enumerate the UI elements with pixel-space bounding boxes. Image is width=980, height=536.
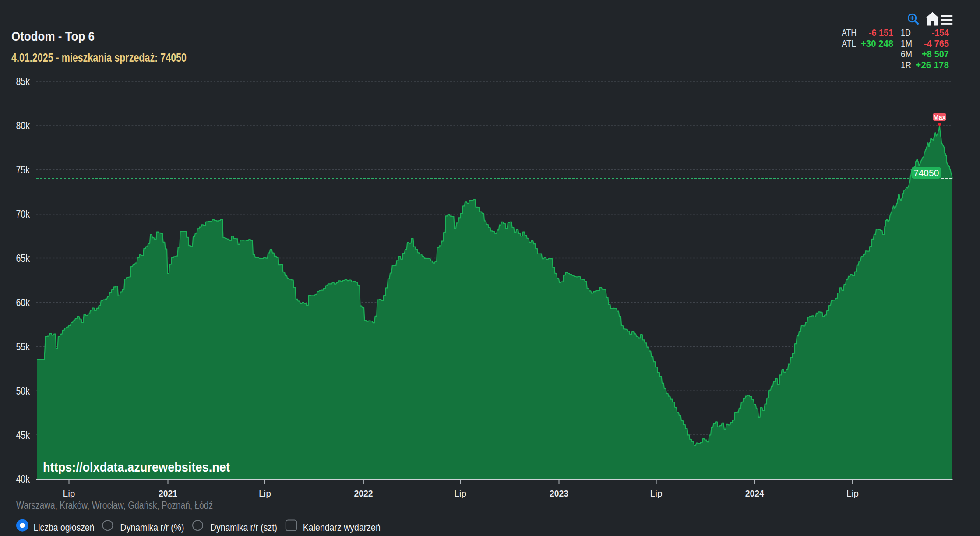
svg-text:+8 507: +8 507: [922, 49, 949, 60]
svg-text:1M: 1M: [901, 38, 912, 49]
svg-text:+26 178: +26 178: [916, 60, 949, 71]
svg-text:Otodom - Top 6: Otodom - Top 6: [11, 29, 95, 43]
svg-text:Dynamika r/r (szt): Dynamika r/r (szt): [210, 522, 277, 533]
svg-text:74050: 74050: [913, 168, 939, 178]
svg-text:85k: 85k: [16, 75, 30, 87]
svg-text:Warszawa, Kraków, Wrocław, Gda: Warszawa, Kraków, Wrocław, Gdańsk, Pozna…: [16, 500, 213, 511]
svg-text:+30 248: +30 248: [861, 38, 893, 49]
svg-text:-154: -154: [932, 27, 949, 38]
svg-text:-4 765: -4 765: [924, 38, 949, 49]
svg-text:80k: 80k: [16, 120, 30, 131]
svg-text:40k: 40k: [16, 473, 30, 485]
svg-text:Kalendarz wydarzeń: Kalendarz wydarzeń: [303, 522, 381, 533]
svg-text:Lip: Lip: [650, 488, 663, 498]
svg-text:75k: 75k: [16, 164, 30, 176]
svg-text:https://olxdata.azurewebsites.: https://olxdata.azurewebsites.net: [43, 460, 230, 474]
svg-text:Lip: Lip: [846, 488, 859, 498]
svg-text:70k: 70k: [16, 208, 30, 220]
svg-text:50k: 50k: [16, 385, 30, 397]
svg-text:1R: 1R: [901, 60, 911, 71]
svg-text:2023: 2023: [550, 488, 568, 498]
svg-text:Lip: Lip: [63, 488, 75, 498]
svg-text:45k: 45k: [16, 429, 30, 441]
svg-text:Lip: Lip: [454, 488, 466, 498]
svg-text:65k: 65k: [16, 252, 30, 264]
svg-text:Max: Max: [933, 114, 945, 121]
svg-text:2024: 2024: [745, 488, 764, 498]
svg-text:ATL: ATL: [842, 38, 856, 49]
svg-text:Lip: Lip: [259, 488, 271, 498]
svg-text:60k: 60k: [16, 296, 30, 308]
svg-text:Liczba ogłoszeń: Liczba ogłoszeń: [34, 522, 95, 533]
svg-text:-6 151: -6 151: [869, 27, 893, 38]
svg-text:1D: 1D: [901, 27, 911, 38]
svg-text:4.01.2025 - mieszkania sprzeda: 4.01.2025 - mieszkania sprzedaż: 74050: [11, 51, 187, 64]
svg-text:6M: 6M: [901, 49, 912, 60]
svg-text:ATH: ATH: [842, 27, 857, 38]
svg-text:Dynamika r/r (%): Dynamika r/r (%): [120, 522, 184, 533]
svg-text:2022: 2022: [354, 488, 373, 498]
svg-text:55k: 55k: [16, 341, 30, 353]
svg-text:2021: 2021: [159, 488, 177, 498]
